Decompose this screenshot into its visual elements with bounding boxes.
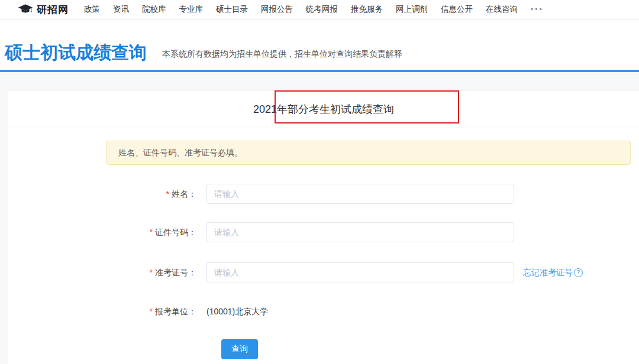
nav-item-online-report-notice[interactable]: 网报公告 (261, 4, 293, 15)
panel-header: 2021年部分考生初试成绩查询 (8, 91, 639, 128)
nav-item-exemption-service[interactable]: 推免服务 (351, 4, 383, 15)
name-input[interactable] (206, 184, 514, 204)
help-question-icon[interactable]: ？ (574, 268, 583, 277)
nav-item-master-catalog[interactable]: 硕士目录 (216, 4, 248, 15)
page-title: 硕士初试成绩查询 (5, 44, 147, 61)
logo-text: 研招网 (37, 3, 69, 17)
content-area: 2021年部分考生初试成绩查询 姓名、证件号码、准考证号必填。 *姓名： *证件… (0, 72, 639, 364)
required-fields-alert: 姓名、证件号码、准考证号必填。 (106, 141, 631, 165)
form-row-ticket: *准考证号： 忘记准考证号？ (8, 262, 639, 282)
nav-item-info-disclosure[interactable]: 信息公开 (441, 4, 473, 15)
query-panel: 2021年部分考生初试成绩查询 姓名、证件号码、准考证号必填。 *姓名： *证件… (8, 90, 639, 364)
nav-item-online-consult[interactable]: 在线咨询 (486, 4, 518, 15)
panel-title: 2021年部分考生初试成绩查询 (253, 102, 394, 116)
id-number-input[interactable] (206, 222, 514, 242)
top-navbar: 研招网 政策 资讯 院校库 专业库 硕士目录 网报公告 统考网报 推免服务 网上… (0, 0, 639, 20)
nav-item-college-library[interactable]: 院校库 (142, 4, 166, 15)
ticket-input[interactable] (206, 262, 514, 282)
required-asterisk: * (150, 307, 153, 316)
nav-item-online-adjustment[interactable]: 网上调剂 (396, 4, 428, 15)
alert-text: 姓名、证件号码、准考证号必填。 (118, 148, 243, 158)
page-header: 硕士初试成绩查询 本系统所有数据均为招生单位提供，招生单位对查询结果负责解释 (0, 20, 639, 70)
unit-label: *报考单位： (8, 301, 196, 321)
required-asterisk: * (166, 189, 169, 199)
query-button[interactable]: 查询 (221, 339, 258, 359)
nav-more-icon[interactable]: ••• (531, 5, 544, 14)
nav-item-news[interactable]: 资讯 (113, 4, 129, 15)
required-asterisk: * (150, 268, 153, 277)
nav-item-major-library[interactable]: 专业库 (179, 4, 204, 15)
required-asterisk: * (150, 228, 153, 237)
forgot-ticket-link[interactable]: 忘记准考证号？ (523, 262, 583, 282)
form-row-unit: *报考单位： (10001)北京大学 (8, 301, 639, 321)
page-subtitle: 本系统所有数据均为招生单位提供，招生单位对查询结果负责解释 (162, 49, 402, 61)
form-row-name: *姓名： (8, 184, 639, 204)
ticket-label: *准考证号： (8, 262, 196, 282)
form-row-id-number: *证件号码： (8, 222, 639, 242)
form-row-submit: 查询 (8, 339, 639, 359)
graduation-cap-icon (18, 4, 33, 15)
nav-menu: 政策 资讯 院校库 专业库 硕士目录 网报公告 统考网报 推免服务 网上调剂 信… (84, 4, 544, 15)
name-label: *姓名： (8, 184, 196, 204)
id-number-label: *证件号码： (8, 222, 196, 242)
nav-item-unified-exam-report[interactable]: 统考网报 (306, 4, 338, 15)
site-logo[interactable]: 研招网 (18, 3, 69, 17)
nav-item-policy[interactable]: 政策 (84, 4, 100, 15)
unit-value: (10001)北京大学 (206, 301, 268, 321)
